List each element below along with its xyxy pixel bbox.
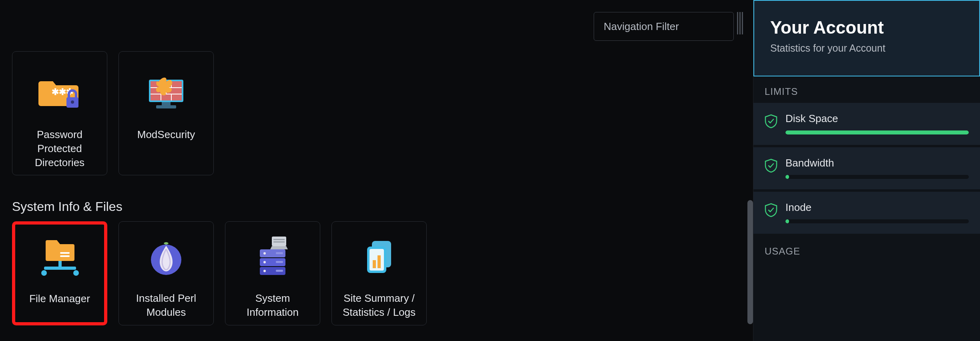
- progress-fill: [785, 219, 789, 223]
- limit-name: Bandwidth: [785, 157, 969, 169]
- onion-icon: [142, 234, 190, 282]
- svg-point-2: [71, 100, 74, 104]
- limit-name: Disk Space: [785, 112, 969, 125]
- svg-rect-35: [370, 249, 384, 271]
- limit-inode[interactable]: Inode: [753, 192, 980, 234]
- tile-label: Site Summary / Statistics / Logs: [339, 291, 420, 319]
- stats-document-icon: [355, 234, 403, 282]
- progress-track: [785, 130, 969, 134]
- tile-password-protected-directories[interactable]: ✱✱✱ Password Protected Directories: [12, 51, 107, 175]
- svg-rect-23: [273, 241, 285, 243]
- svg-rect-15: [60, 255, 70, 257]
- svg-point-19: [73, 270, 79, 276]
- svg-point-28: [263, 261, 266, 263]
- progress-fill: [785, 130, 969, 134]
- svg-rect-14: [60, 252, 70, 254]
- nav-filter-wrap: [594, 12, 745, 41]
- tile-system-information[interactable]: System Information: [225, 221, 320, 325]
- scrollbar-thumb[interactable]: [747, 200, 753, 324]
- tile-site-summary[interactable]: Site Summary / Statistics / Logs: [331, 221, 427, 325]
- svg-rect-37: [378, 255, 381, 268]
- locked-folder-icon: ✱✱✱: [36, 70, 84, 118]
- svg-point-18: [41, 270, 47, 276]
- progress-track: [785, 219, 969, 223]
- limits-label: LIMITS: [753, 76, 980, 103]
- tile-file-manager[interactable]: File Manager: [12, 221, 107, 325]
- account-title: Your Account: [770, 18, 963, 38]
- tile-label: Password Protected Directories: [31, 128, 88, 170]
- limit-name: Inode: [785, 201, 969, 214]
- progress-track: [785, 175, 969, 179]
- shield-check-icon: [765, 203, 777, 217]
- progress-fill: [785, 175, 789, 179]
- svg-point-27: [263, 252, 266, 255]
- navigation-filter-input[interactable]: [594, 12, 734, 41]
- svg-rect-30: [276, 252, 283, 254]
- section-title-system-info: System Info & Files: [12, 199, 741, 214]
- firewall-monitor-icon: [142, 70, 190, 118]
- security-tiles-row: ✱✱✱ Password Protected Directories: [12, 51, 741, 175]
- account-subtitle: Statistics for your Account: [770, 42, 963, 54]
- svg-rect-12: [162, 102, 171, 105]
- limit-disk-space[interactable]: Disk Space: [753, 103, 980, 145]
- svg-rect-13: [156, 105, 176, 108]
- tile-label: System Information: [243, 291, 303, 319]
- main-content: ✱✱✱ Password Protected Directories: [0, 0, 753, 341]
- server-rack-icon: [249, 234, 297, 282]
- svg-rect-31: [276, 261, 283, 263]
- system-tiles-row: File Manager Installed Perl Modules: [12, 221, 741, 325]
- usage-label: USAGE: [753, 236, 980, 263]
- network-folder-icon: [36, 234, 84, 282]
- svg-rect-36: [373, 260, 376, 268]
- svg-rect-17: [44, 267, 76, 270]
- svg-rect-22: [273, 239, 285, 240]
- main-scrollbar[interactable]: [747, 48, 753, 329]
- shield-check-icon: [765, 114, 777, 128]
- tile-label: Installed Perl Modules: [132, 291, 200, 319]
- shield-check-icon: [765, 158, 777, 173]
- tile-label: ModSecurity: [133, 128, 199, 142]
- resize-handle[interactable]: [737, 12, 745, 34]
- svg-point-29: [263, 270, 266, 272]
- limit-bandwidth[interactable]: Bandwidth: [753, 147, 980, 189]
- tile-label: File Manager: [25, 292, 94, 306]
- account-banner: Your Account Statistics for your Account: [753, 0, 980, 76]
- tile-installed-perl-modules[interactable]: Installed Perl Modules: [118, 221, 214, 325]
- account-sidebar: Your Account Statistics for your Account…: [753, 0, 980, 341]
- svg-rect-32: [276, 270, 283, 272]
- tile-modsecurity[interactable]: ModSecurity: [118, 51, 214, 175]
